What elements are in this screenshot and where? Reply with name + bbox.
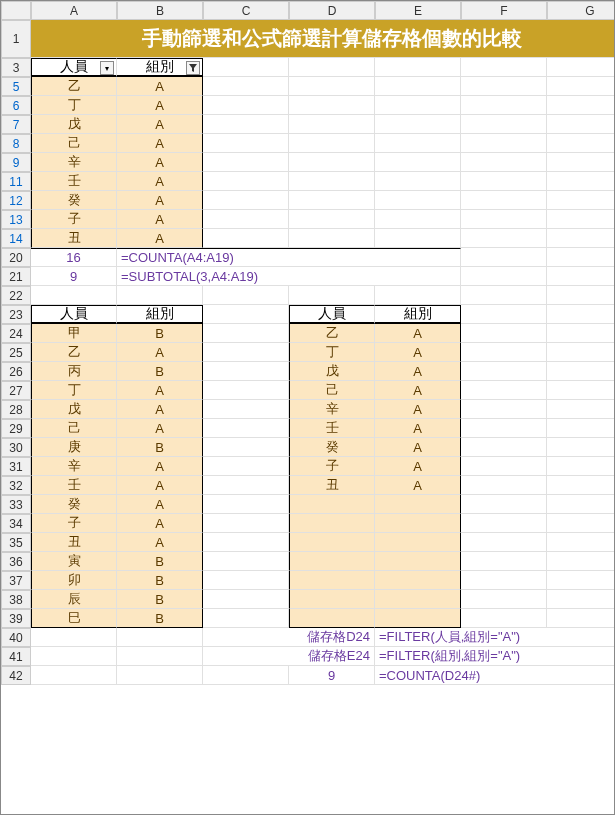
empty-highlight bbox=[375, 533, 461, 552]
col-header[interactable]: D bbox=[289, 1, 375, 20]
empty-highlight bbox=[289, 609, 375, 628]
label-e24: 儲存格E24 bbox=[203, 647, 375, 666]
col-header[interactable]: B bbox=[117, 1, 203, 20]
empty-highlight bbox=[375, 514, 461, 533]
empty bbox=[461, 248, 547, 267]
group-cell: B bbox=[117, 324, 203, 343]
group-cell: A bbox=[117, 96, 203, 115]
row-header[interactable]: 27 bbox=[1, 381, 31, 400]
empty bbox=[375, 96, 461, 115]
empty bbox=[547, 324, 615, 343]
person-cell: 辛 bbox=[31, 153, 117, 172]
empty bbox=[203, 400, 289, 419]
empty bbox=[375, 153, 461, 172]
empty-highlight bbox=[289, 514, 375, 533]
empty bbox=[461, 267, 547, 286]
row-header[interactable]: 25 bbox=[1, 343, 31, 362]
empty bbox=[203, 134, 289, 153]
empty bbox=[461, 324, 547, 343]
row-header[interactable]: 5 bbox=[1, 77, 31, 96]
empty bbox=[461, 343, 547, 362]
group-cell: A bbox=[375, 400, 461, 419]
row-header[interactable]: 24 bbox=[1, 324, 31, 343]
row-header[interactable]: 9 bbox=[1, 153, 31, 172]
header-group[interactable]: 組別 bbox=[117, 58, 203, 77]
row-header[interactable]: 33 bbox=[1, 495, 31, 514]
empty bbox=[461, 134, 547, 153]
empty bbox=[547, 514, 615, 533]
empty-highlight bbox=[289, 571, 375, 590]
col-header[interactable]: E bbox=[375, 1, 461, 20]
person-cell: 丁 bbox=[31, 96, 117, 115]
empty bbox=[461, 210, 547, 229]
row-header[interactable]: 37 bbox=[1, 571, 31, 590]
person-cell: 辛 bbox=[31, 457, 117, 476]
empty bbox=[117, 628, 203, 647]
row-header[interactable]: 7 bbox=[1, 115, 31, 134]
person-cell: 丁 bbox=[31, 381, 117, 400]
filter-dropdown-icon[interactable]: ▾ bbox=[100, 61, 114, 75]
col-header[interactable]: G bbox=[547, 1, 615, 20]
empty bbox=[375, 134, 461, 153]
empty bbox=[203, 514, 289, 533]
empty bbox=[547, 362, 615, 381]
row-header[interactable]: 39 bbox=[1, 609, 31, 628]
empty bbox=[31, 286, 117, 305]
row-header[interactable]: 1 bbox=[1, 20, 31, 58]
group-cell: A bbox=[375, 362, 461, 381]
row-header[interactable]: 22 bbox=[1, 286, 31, 305]
row-header[interactable]: 35 bbox=[1, 533, 31, 552]
row-header[interactable]: 29 bbox=[1, 419, 31, 438]
empty bbox=[203, 419, 289, 438]
row-header[interactable]: 11 bbox=[1, 172, 31, 191]
empty bbox=[547, 495, 615, 514]
empty bbox=[203, 666, 289, 685]
empty bbox=[203, 191, 289, 210]
empty bbox=[203, 286, 289, 305]
row-header[interactable]: 32 bbox=[1, 476, 31, 495]
row-header[interactable]: 8 bbox=[1, 134, 31, 153]
row-header[interactable]: 6 bbox=[1, 96, 31, 115]
col-header[interactable]: C bbox=[203, 1, 289, 20]
filter-active-icon[interactable] bbox=[186, 61, 200, 75]
group-cell: A bbox=[117, 495, 203, 514]
row-header[interactable]: 23 bbox=[1, 305, 31, 324]
row-header[interactable]: 34 bbox=[1, 514, 31, 533]
row-header[interactable]: 28 bbox=[1, 400, 31, 419]
empty bbox=[375, 172, 461, 191]
formula-filter1: =FILTER(人員,組別="A") bbox=[375, 628, 615, 647]
col-header[interactable]: A bbox=[31, 1, 117, 20]
empty bbox=[117, 666, 203, 685]
group-cell: B bbox=[117, 438, 203, 457]
row-header[interactable]: 21 bbox=[1, 267, 31, 286]
empty bbox=[461, 96, 547, 115]
col-header[interactable]: F bbox=[461, 1, 547, 20]
row-header[interactable]: 13 bbox=[1, 210, 31, 229]
row-header[interactable]: 14 bbox=[1, 229, 31, 248]
row-header[interactable]: 12 bbox=[1, 191, 31, 210]
person-cell: 乙 bbox=[31, 77, 117, 96]
empty bbox=[461, 590, 547, 609]
empty bbox=[547, 419, 615, 438]
row-header[interactable]: 30 bbox=[1, 438, 31, 457]
empty bbox=[461, 286, 547, 305]
group-cell: A bbox=[117, 229, 203, 248]
corner[interactable] bbox=[1, 1, 31, 20]
empty bbox=[461, 514, 547, 533]
row-header[interactable]: 20 bbox=[1, 248, 31, 267]
row-header[interactable]: 36 bbox=[1, 552, 31, 571]
empty bbox=[203, 438, 289, 457]
header-person[interactable]: 人員▾ bbox=[31, 58, 117, 77]
person-cell: 戊 bbox=[31, 115, 117, 134]
person-cell: 甲 bbox=[31, 324, 117, 343]
row-header[interactable]: 3 bbox=[1, 58, 31, 77]
row-header[interactable]: 26 bbox=[1, 362, 31, 381]
empty bbox=[547, 267, 615, 286]
empty bbox=[461, 438, 547, 457]
group-cell: A bbox=[117, 153, 203, 172]
row-header[interactable]: 42 bbox=[1, 666, 31, 685]
row-header[interactable]: 40 bbox=[1, 628, 31, 647]
row-header[interactable]: 41 bbox=[1, 647, 31, 666]
row-header[interactable]: 38 bbox=[1, 590, 31, 609]
row-header[interactable]: 31 bbox=[1, 457, 31, 476]
